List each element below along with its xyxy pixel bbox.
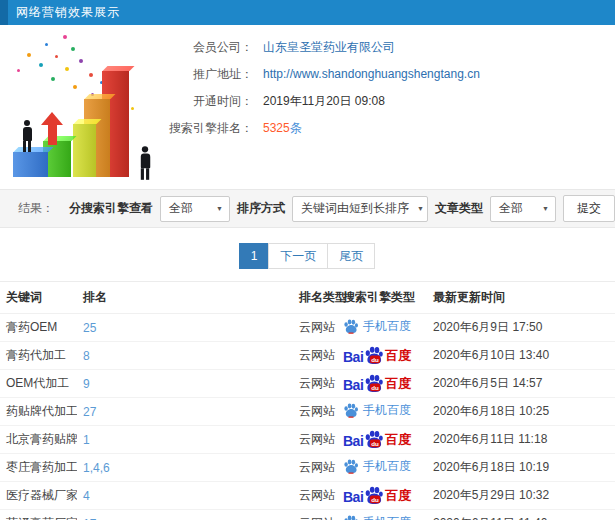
mobile-baidu-logo: 手机百度: [343, 514, 411, 520]
keyword-cell: 菏泽膏药厂家: [0, 510, 77, 520]
chevron-down-icon: ▼: [216, 205, 223, 212]
baidu-logo: Bai du 百度: [343, 346, 411, 365]
next-page-button[interactable]: 下一页: [268, 243, 328, 269]
engine-cell: 手机百度: [337, 510, 427, 520]
baidu-paw-icon: [343, 515, 359, 520]
sort-select[interactable]: 关键词由短到长排序▼: [292, 196, 428, 222]
table-row: 菏泽膏药厂家 17 云网站 手机百度 2020年6月11日 11:40: [0, 510, 615, 520]
svg-text:du: du: [372, 384, 380, 391]
confetti-dot: [51, 77, 55, 81]
rank-cell[interactable]: 4: [77, 482, 293, 510]
keyword-cell: 膏药OEM: [0, 314, 77, 342]
page-header: 网络营销效果展示: [0, 0, 615, 25]
chart-bar-yellow: [73, 124, 96, 177]
confetti-dot: [65, 67, 69, 71]
engine-cell: Bai du 百度: [337, 370, 427, 398]
engine-cell: Bai du 百度: [337, 426, 427, 454]
sort-filter-label: 排序方式: [237, 200, 285, 217]
table-row: 膏药OEM 25 云网站 手机百度 2020年6月9日 17:50: [0, 314, 615, 342]
ranking-table: 关键词 排名 排名类型 搜索引擎类型 最新更新时间 膏药OEM 25 云网站 手…: [0, 281, 615, 520]
mobile-baidu-logo: 手机百度: [343, 458, 411, 475]
rank-cell[interactable]: 17: [77, 510, 293, 520]
field-label: 会员公司：: [165, 39, 253, 56]
rank-type-cell: 云网站: [293, 426, 337, 454]
confetti-dot: [39, 63, 43, 67]
rank-count-value: 5325条: [263, 120, 302, 137]
updated-cell: 2020年6月11日 11:18: [427, 426, 615, 454]
engine-cell: 手机百度: [337, 314, 427, 342]
rank-cell[interactable]: 1,4,6: [77, 454, 293, 482]
baidu-logo: Bai du 百度: [343, 486, 411, 505]
updated-cell: 2020年6月18日 10:19: [427, 454, 615, 482]
businessman-figure: [137, 146, 154, 180]
rank-type-cell: 云网站: [293, 342, 337, 370]
page-1-button[interactable]: 1: [239, 243, 270, 269]
updated-cell: 2020年6月10日 13:40: [427, 342, 615, 370]
updated-cell: 2020年6月18日 10:25: [427, 398, 615, 426]
growth-chart-illustration: [5, 33, 165, 189]
rank-cell[interactable]: 25: [77, 314, 293, 342]
field-rank-count: 搜索引擎排名： 5325条: [165, 120, 480, 137]
open-time-value: 2019年11月20日 09:08: [263, 93, 385, 110]
engine-cell: 手机百度: [337, 454, 427, 482]
rank-cell[interactable]: 9: [77, 370, 293, 398]
field-label: 搜索引擎排名：: [165, 120, 253, 137]
svg-text:du: du: [372, 496, 380, 503]
confetti-dot: [55, 55, 58, 58]
table-row: 医疗器械厂家 4 云网站 Bai du 百度 2020年5月29日 10:32: [0, 482, 615, 510]
article-type-select[interactable]: 全部▼: [490, 196, 556, 222]
field-label: 推广地址：: [165, 66, 253, 83]
filter-controls: 分搜索引擎查看 全部▼ 排序方式 关键词由短到长排序▼ 文章类型 全部▼ 提交: [69, 195, 615, 222]
table-row: 药贴牌代加工 27 云网站 手机百度 2020年6月18日 10:25: [0, 398, 615, 426]
col-rank-type: 排名类型: [293, 282, 337, 314]
rank-type-cell: 云网站: [293, 510, 337, 520]
baidu-logo: Bai du 百度: [343, 430, 411, 449]
confetti-dot: [131, 107, 134, 110]
updated-cell: 2020年5月29日 10:32: [427, 482, 615, 510]
field-open-time: 开通时间： 2019年11月20日 09:08: [165, 93, 480, 110]
engine-filter-label: 分搜索引擎查看: [69, 200, 153, 217]
confetti-dot: [45, 43, 48, 46]
article-type-label: 文章类型: [435, 200, 483, 217]
engine-select[interactable]: 全部▼: [160, 196, 230, 222]
col-engine-type: 搜索引擎类型: [337, 282, 427, 314]
keyword-cell: 医疗器械厂家: [0, 482, 77, 510]
baidu-paw-icon: du: [364, 486, 384, 505]
confetti-dot: [27, 53, 31, 57]
chart-bar-blue: [13, 152, 48, 177]
baidu-logo: Bai du 百度: [343, 374, 411, 393]
company-name-link[interactable]: 山东皇圣堂药业有限公司: [263, 39, 395, 56]
mobile-baidu-logo: 手机百度: [343, 402, 411, 419]
chevron-down-icon: ▼: [542, 205, 549, 212]
result-label: 结果：: [18, 200, 54, 217]
baidu-paw-icon: [343, 459, 359, 474]
keyword-cell: 枣庄膏药加工: [0, 454, 77, 482]
mobile-baidu-logo: 手机百度: [343, 318, 411, 335]
pagination: 1 下一页 尾页: [0, 243, 615, 269]
engine-cell: Bai du 百度: [337, 342, 427, 370]
rank-type-cell: 云网站: [293, 314, 337, 342]
chevron-down-icon: ▼: [417, 205, 424, 212]
baidu-paw-icon: [343, 319, 359, 334]
rank-type-cell: 云网站: [293, 398, 337, 426]
up-arrow-icon: [41, 112, 63, 145]
rank-cell[interactable]: 1: [77, 426, 293, 454]
col-keyword: 关键词: [0, 282, 77, 314]
rank-cell[interactable]: 8: [77, 342, 293, 370]
table-row: 膏药代加工 8 云网站 Bai du 百度 2020年6月10日 13:40: [0, 342, 615, 370]
updated-cell: 2020年6月11日 11:40: [427, 510, 615, 520]
submit-button[interactable]: 提交: [563, 195, 615, 222]
table-row: OEM代加工 9 云网站 Bai du 百度 2020年6月5日 14:57: [0, 370, 615, 398]
last-page-button[interactable]: 尾页: [327, 243, 375, 269]
keyword-cell: 膏药代加工: [0, 342, 77, 370]
confetti-dot: [63, 35, 67, 39]
rank-type-cell: 云网站: [293, 454, 337, 482]
rank-cell[interactable]: 27: [77, 398, 293, 426]
filter-bar: 结果： 分搜索引擎查看 全部▼ 排序方式 关键词由短到长排序▼ 文章类型 全部▼…: [0, 189, 615, 228]
table-row: 枣庄膏药加工 1,4,6 云网站 手机百度 2020年6月18日 10:19: [0, 454, 615, 482]
promo-url-link[interactable]: http://www.shandonghuangshengtang.cn: [263, 66, 480, 83]
baidu-paw-icon: du: [364, 430, 384, 449]
confetti-dot: [17, 69, 20, 72]
confetti-dot: [71, 47, 75, 51]
field-label: 开通时间：: [165, 93, 253, 110]
